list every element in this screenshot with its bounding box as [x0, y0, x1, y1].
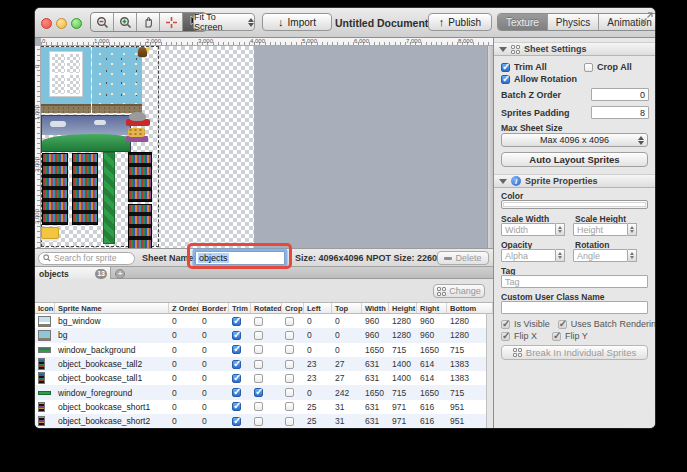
delete-sheet-button[interactable]: Delete [437, 251, 489, 265]
trim-checkbox[interactable] [232, 360, 241, 369]
crop-all-checkbox[interactable] [584, 63, 593, 72]
change-button[interactable]: Change [433, 284, 485, 298]
sheet-settings-header[interactable]: Sheet Settings [494, 42, 655, 56]
sprites-padding-input[interactable]: 8 [591, 106, 649, 119]
scale-width-stepper[interactable] [556, 223, 565, 236]
minimize-window-button[interactable] [56, 18, 67, 29]
crop-checkbox[interactable] [285, 331, 294, 340]
rotated-checkbox[interactable] [254, 402, 263, 411]
custom-class-input[interactable] [501, 301, 648, 314]
publish-button[interactable]: ↑ Publish [428, 13, 492, 31]
close-window-button[interactable] [41, 18, 52, 29]
table-scrollbar[interactable] [486, 314, 493, 428]
tab-texture[interactable]: Texture [498, 14, 548, 30]
scale-height-stepper[interactable] [628, 223, 637, 236]
crop-checkbox[interactable] [285, 388, 294, 397]
canvas-viewport[interactable]: 01,0002,0003,0004,0005,0006,0007,0008,00… [35, 38, 493, 248]
rotated-checkbox[interactable] [254, 374, 263, 383]
sprite-bookcase-short1[interactable] [128, 152, 152, 202]
column-header[interactable]: Z Order [169, 303, 199, 313]
tag-input[interactable]: Tag [501, 275, 648, 288]
break-sprites-button[interactable]: Break In Individual Sprites [501, 345, 648, 360]
column-header[interactable]: Height [389, 303, 417, 313]
column-header[interactable]: Border [199, 303, 229, 313]
sprite-bookcase-tall2[interactable] [72, 153, 98, 225]
column-header[interactable]: Left [304, 303, 332, 313]
import-button[interactable]: ↓ Import [262, 13, 332, 31]
color-well[interactable] [501, 200, 648, 209]
sheet-name-input[interactable]: objects [195, 251, 285, 265]
tab-physics[interactable]: Physics [548, 14, 599, 30]
rotated-checkbox[interactable] [254, 331, 263, 340]
sprite-bookcase-tall1[interactable] [42, 153, 68, 225]
opacity-stepper[interactable] [556, 249, 565, 262]
scale-width-input[interactable]: Width [501, 223, 556, 236]
column-header[interactable]: Crop [282, 303, 304, 313]
rotation-input[interactable]: Angle [573, 249, 628, 262]
expand-icon[interactable] [641, 12, 653, 24]
fit-to-screen-select[interactable]: Fit To Screen [193, 13, 255, 31]
pan-tool[interactable] [137, 13, 160, 31]
sprite-bg[interactable] [92, 47, 142, 113]
zoom-out-tool[interactable] [91, 13, 114, 31]
column-header[interactable]: Sprite Name [55, 303, 169, 313]
rotated-checkbox[interactable] [254, 345, 263, 354]
sprite-cat-bed[interactable] [126, 119, 150, 126]
crop-checkbox[interactable] [285, 345, 294, 354]
sprite-cheese[interactable] [41, 227, 59, 239]
crop-checkbox[interactable] [285, 360, 294, 369]
trim-checkbox[interactable] [232, 388, 241, 397]
trim-checkbox[interactable] [232, 374, 241, 383]
sprite-bg-window[interactable] [41, 47, 91, 113]
table-row[interactable]: bg000096012809601280 [35, 328, 493, 342]
sprite-window-background[interactable] [41, 115, 131, 152]
trim-checkbox[interactable] [232, 331, 241, 340]
sprite-bookcase-short2[interactable] [128, 204, 152, 248]
auto-layout-button[interactable]: Auto Layout Sprites [501, 152, 648, 167]
flip-x-checkbox[interactable] [501, 332, 510, 341]
table-row[interactable]: window_foreground00024216507151650715 [35, 385, 493, 399]
trim-checkbox[interactable] [232, 317, 241, 326]
crop-checkbox[interactable] [285, 374, 294, 383]
zoom-window-button[interactable] [71, 18, 82, 29]
sprite-search-input[interactable]: Search for sprite [38, 252, 135, 265]
flip-y-checkbox[interactable] [552, 332, 561, 341]
trim-checkbox[interactable] [232, 417, 241, 426]
sprite-properties-header[interactable]: i Sprite Properties [494, 174, 655, 188]
opacity-input[interactable]: Alpha [501, 249, 556, 262]
table-row[interactable]: bg_window000096012809601280 [35, 314, 493, 328]
sheet-area[interactable] [41, 46, 487, 248]
crop-checkbox[interactable] [285, 417, 294, 426]
rotated-checkbox[interactable] [254, 417, 263, 426]
rotation-stepper[interactable] [628, 249, 637, 262]
column-header[interactable]: Width [362, 303, 389, 313]
max-sheet-size-select[interactable]: Max 4096 x 4096 [501, 133, 648, 147]
sprite-bell[interactable] [138, 47, 147, 57]
table-row[interactable]: object_bookcase_tall20023276311400614138… [35, 357, 493, 371]
table-row[interactable]: object_bookcase_short1002531631971616951 [35, 400, 493, 414]
table-row[interactable]: object_bookcase_short2002531631971616951 [35, 414, 493, 428]
column-header[interactable]: Trim [229, 303, 251, 313]
crop-checkbox[interactable] [285, 317, 294, 326]
allow-rotation-checkbox[interactable] [501, 75, 510, 84]
uses-batch-checkbox[interactable] [558, 320, 567, 329]
is-visible-checkbox[interactable] [501, 320, 510, 329]
column-header[interactable]: Bottom [447, 303, 493, 313]
sprite-tree[interactable] [103, 152, 115, 244]
rotated-checkbox[interactable] [254, 388, 263, 397]
crop-checkbox[interactable] [285, 402, 294, 411]
table-row[interactable]: window_background000016507151650715 [35, 343, 493, 357]
scale-height-input[interactable]: Height [573, 223, 628, 236]
column-header[interactable]: Top [332, 303, 362, 313]
add-sheet-button[interactable]: + [115, 269, 125, 279]
column-header[interactable]: Icon [35, 303, 55, 313]
batch-z-order-input[interactable]: 0 [591, 88, 649, 101]
table-row[interactable]: object_bookcase_tall10023276311400614138… [35, 371, 493, 385]
column-header[interactable]: Rotated [251, 303, 282, 313]
sprite-pancakes[interactable] [126, 136, 148, 142]
trim-checkbox[interactable] [232, 345, 241, 354]
center-tool[interactable] [160, 13, 183, 31]
column-header[interactable]: Right [417, 303, 447, 313]
trim-checkbox[interactable] [232, 402, 241, 411]
zoom-in-tool[interactable] [114, 13, 137, 31]
